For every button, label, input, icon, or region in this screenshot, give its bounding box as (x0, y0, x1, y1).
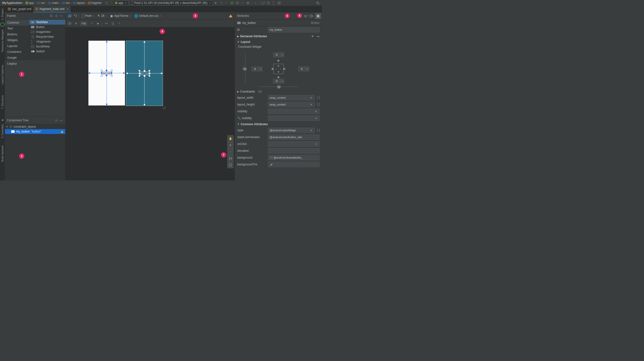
apply-changes-icon[interactable] (219, 1, 223, 5)
search-everywhere-icon[interactable] (316, 1, 320, 5)
gear-icon[interactable] (54, 118, 58, 122)
minimize-icon[interactable]: — (59, 118, 63, 122)
stop-icon[interactable] (246, 1, 250, 5)
cw-left-margin[interactable]: 0 (251, 66, 259, 71)
api-picker[interactable]: 28▾ (96, 14, 108, 18)
palette-cat-common[interactable]: Common (5, 20, 29, 26)
cw-right-dd[interactable]: ▾ (306, 66, 309, 71)
tool-build-variants[interactable]: Build Variants (1, 144, 4, 163)
palette-cat-widgets[interactable]: Widgets (5, 37, 29, 43)
tree-my-button[interactable]: my_button "button" ! (5, 129, 65, 134)
id-input[interactable]: my_button (268, 27, 320, 32)
tool-structure[interactable]: 7: Structure (1, 94, 4, 110)
orientation-icon[interactable] (73, 14, 78, 18)
close-icon[interactable]: × (67, 7, 69, 11)
zoom-in-icon[interactable]: + (228, 142, 233, 148)
breadcrumb-app[interactable]: app (24, 1, 34, 5)
breadcrumb-res[interactable]: res (61, 1, 71, 5)
avd-manager-icon[interactable] (261, 1, 265, 5)
clear-constraints-icon[interactable] (90, 21, 94, 26)
cw-bottom-dd[interactable]: ▾ (280, 79, 284, 84)
flag-icon[interactable] (317, 96, 320, 100)
design-surface-icon[interactable] (68, 14, 72, 18)
code-view-icon[interactable] (302, 13, 308, 19)
tool-favorites[interactable]: 2: Favorites (1, 123, 4, 140)
tool-resource-manager[interactable]: Resource Manager (1, 28, 4, 54)
tool-project[interactable]: 1: Project (1, 7, 4, 22)
device-manager-icon[interactable] (272, 1, 276, 5)
blueprint-preview-frame[interactable]: BUTTON (126, 41, 163, 106)
default-margin[interactable]: 0dp (80, 21, 88, 26)
resource-manager-icon[interactable] (0, 22, 5, 27)
cw-top-margin[interactable]: 0 (273, 52, 280, 57)
bias-horizontal[interactable]: 50 (277, 85, 281, 89)
cw-bottom-margin[interactable]: 0 (273, 79, 280, 84)
tab-fragment-main[interactable]: fragment_main.xml × (33, 6, 71, 12)
locale-picker[interactable]: 🌐Default (en-us)▾ (133, 14, 162, 18)
remove-icon[interactable]: — (317, 34, 320, 38)
profiler-icon[interactable] (235, 1, 240, 5)
palette-cat-text[interactable]: Text (5, 26, 29, 32)
palette-item-imageview[interactable]: ImageView (29, 30, 65, 34)
run-config-dropdown[interactable]: app▼ (113, 0, 128, 5)
sync-icon[interactable] (253, 1, 258, 5)
pan-icon[interactable]: ✋ (228, 136, 233, 142)
infer-constraints-icon[interactable] (96, 21, 100, 26)
device-picker[interactable]: Pixel▾ (81, 14, 95, 18)
view-options-icon[interactable] (68, 21, 72, 26)
attach-debugger-icon[interactable] (240, 1, 245, 5)
split-view-icon[interactable] (309, 13, 315, 19)
breadcrumb-layout[interactable]: layout (72, 1, 86, 5)
sdk-manager-icon[interactable] (266, 1, 270, 5)
breadcrumb-file[interactable]: fragmer (87, 1, 102, 5)
tool-layout-captures[interactable]: Layout Captures (1, 63, 4, 86)
palette-item-switch[interactable]: Switch (29, 49, 65, 54)
palette-item-fragment[interactable]: < ><fragment> (29, 39, 65, 44)
palette-item-textview[interactable]: AbTextView (29, 20, 65, 24)
breadcrumb-src[interactable]: src (36, 1, 46, 5)
debug-icon[interactable] (230, 1, 234, 5)
palette-cat-buttons[interactable]: Buttons (5, 32, 29, 37)
zoom-out-icon[interactable]: − (228, 148, 233, 155)
design-canvas[interactable]: 4 BUTTON (66, 27, 234, 180)
constraint-widget[interactable]: 50 50 »« 0 ▾ 0 ▾ 0 ▾ 0 ▾ (235, 49, 322, 89)
apply-code-icon[interactable] (224, 1, 229, 5)
section-constraints[interactable]: ▶Constraints (4) (235, 89, 322, 94)
flag-icon[interactable] (317, 128, 320, 132)
section-common-attributes[interactable]: ▼Common Attributes (235, 122, 322, 127)
cw-left-dd[interactable]: ▾ (259, 66, 262, 71)
autoconnect-icon[interactable] (74, 21, 78, 26)
breadcrumb-root[interactable]: MyApplication (2, 1, 23, 5)
design-view-icon[interactable] (315, 13, 321, 19)
pack-icon[interactable] (104, 21, 109, 26)
guidelines-icon[interactable] (117, 21, 121, 26)
palette-item-button[interactable]: Button (29, 24, 65, 30)
minimize-icon[interactable]: — (59, 14, 63, 18)
tab-navgraph[interactable]: nav_graph.xml (6, 6, 33, 12)
flag-icon[interactable] (317, 103, 320, 106)
breadcrumb-main[interactable]: main (47, 1, 59, 5)
back-nav-icon[interactable] (105, 1, 109, 5)
palette-cat-containers[interactable]: Containers (5, 49, 29, 55)
section-layout[interactable]: ▼Layout (235, 39, 322, 44)
section-declared-attributes[interactable]: ▶Declared Attributes ＋ — (235, 33, 322, 39)
palette-item-recyclerview[interactable]: RecyclerView (29, 34, 65, 39)
warning-icon[interactable]: ! (229, 14, 232, 18)
search-icon[interactable] (49, 14, 54, 18)
tree-root[interactable]: ▾ constraint_layout (5, 124, 65, 129)
palette-item-scrollview[interactable]: ScrollView (29, 44, 65, 49)
palette-cat-google[interactable]: Google (5, 55, 29, 61)
design-preview-frame[interactable]: BUTTON (88, 41, 125, 106)
theme-picker[interactable]: ◉AppTheme▾ (109, 14, 132, 18)
add-icon[interactable]: ＋ (311, 34, 314, 38)
zoom-fit-icon[interactable] (228, 162, 233, 168)
bias-vertical[interactable]: 50 (242, 67, 247, 71)
zoom-ratio-icon[interactable]: 1:1 (228, 155, 233, 162)
device-dropdown[interactable]: Pixel 2 XL API 28 (minSdk(API 29) > devi… (129, 0, 213, 5)
align-icon[interactable] (110, 21, 115, 26)
constraint-widget-box[interactable]: »« (273, 64, 284, 74)
run-icon[interactable] (214, 1, 218, 5)
cw-right-margin[interactable]: 0 (298, 66, 306, 71)
gear-icon[interactable] (54, 14, 58, 18)
cw-top-dd[interactable]: ▾ (280, 52, 284, 57)
